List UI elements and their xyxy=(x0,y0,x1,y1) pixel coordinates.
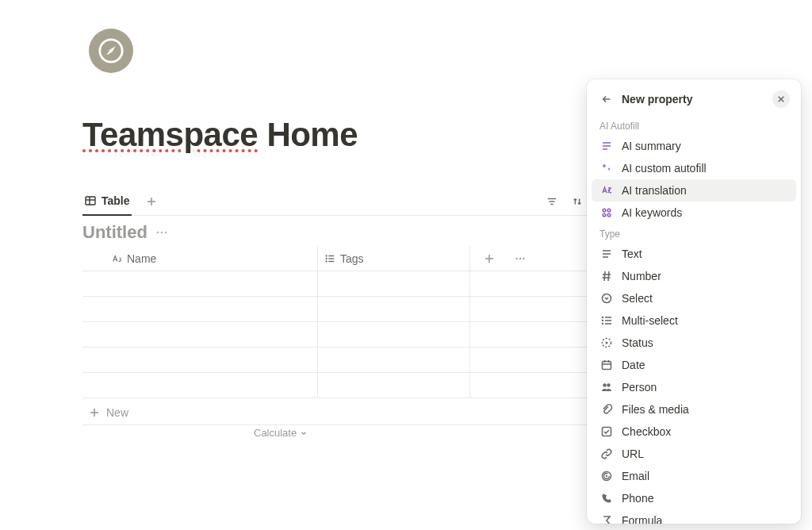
column-name-label: Name xyxy=(127,252,156,265)
property-option-label: URL xyxy=(622,447,644,460)
property-option-label: Email xyxy=(622,470,649,482)
column-tags-label: Tags xyxy=(340,252,364,265)
sort-icon[interactable] xyxy=(567,191,588,212)
property-option-label: AI summary xyxy=(622,140,681,152)
database-title-more-icon[interactable] xyxy=(155,226,168,239)
popover-back-button[interactable] xyxy=(598,90,615,108)
filter-icon[interactable] xyxy=(542,191,562,212)
property-option-icon xyxy=(599,161,614,175)
property-option-checkbox[interactable]: Checkbox xyxy=(592,421,796,443)
svg-line-47 xyxy=(608,271,609,281)
new-row-label: New xyxy=(106,406,128,419)
svg-point-64 xyxy=(607,383,610,386)
svg-point-51 xyxy=(603,317,603,318)
svg-point-39 xyxy=(603,209,606,212)
title-property-icon xyxy=(111,253,122,264)
property-option-icon xyxy=(599,491,614,505)
database-title-row: Untitled xyxy=(82,222,168,243)
property-option-label: Checkbox xyxy=(622,425,671,438)
property-option-label: Select xyxy=(622,292,653,305)
property-option-label: Files & media xyxy=(622,403,689,416)
table-icon xyxy=(84,194,97,207)
svg-point-24 xyxy=(326,261,327,262)
property-option-icon xyxy=(599,358,614,372)
property-option-ai-custom-autofill[interactable]: AI custom autofill xyxy=(592,157,796,179)
property-option-icon xyxy=(599,291,614,305)
page-title-word1: Teamspace xyxy=(82,116,258,153)
property-option-icon xyxy=(599,313,614,328)
database-title[interactable]: Untitled xyxy=(82,222,147,243)
svg-point-30 xyxy=(523,257,524,259)
property-option-label: Number xyxy=(622,270,661,282)
property-option-label: Formula xyxy=(622,514,662,524)
property-option-formula[interactable]: Formula xyxy=(592,509,796,524)
property-option-ai-translation[interactable]: AI translation xyxy=(592,179,796,202)
property-option-label: Person xyxy=(622,381,657,394)
svg-point-22 xyxy=(326,258,327,259)
property-option-label: Text xyxy=(622,248,642,260)
property-option-number[interactable]: Number xyxy=(592,265,796,287)
property-option-status[interactable]: Status xyxy=(592,332,796,354)
page-title-word2: Home xyxy=(266,116,358,153)
multiselect-property-icon xyxy=(324,253,335,264)
property-option-icon xyxy=(599,380,614,394)
columns-more-button[interactable] xyxy=(501,246,533,271)
svg-point-19 xyxy=(165,232,167,234)
property-option-text[interactable]: Text xyxy=(592,243,796,265)
property-option-label: AI keywords xyxy=(622,206,682,219)
svg-marker-1 xyxy=(106,46,115,55)
svg-point-53 xyxy=(603,321,603,321)
property-option-icon xyxy=(599,336,614,350)
svg-point-20 xyxy=(326,255,327,256)
property-option-email[interactable]: Email xyxy=(592,465,796,487)
property-option-person[interactable]: Person xyxy=(592,376,796,398)
property-option-select[interactable]: Select xyxy=(592,287,796,309)
add-view-button[interactable] xyxy=(143,193,160,210)
popover-title: New property xyxy=(622,93,766,106)
chevron-down-icon xyxy=(300,429,308,437)
property-option-ai-keywords[interactable]: AI keywords xyxy=(592,202,796,224)
plus-icon xyxy=(89,407,100,418)
property-option-date[interactable]: Date xyxy=(592,354,796,376)
property-option-url[interactable]: URL xyxy=(592,443,796,465)
svg-rect-59 xyxy=(603,362,611,370)
view-tab-table[interactable]: Table xyxy=(82,187,132,216)
svg-point-18 xyxy=(161,232,163,234)
property-option-icon xyxy=(599,513,614,524)
popover-close-button[interactable] xyxy=(772,90,790,108)
add-column-button[interactable] xyxy=(469,246,501,271)
column-tags[interactable]: Tags xyxy=(317,246,469,271)
svg-point-17 xyxy=(157,232,159,234)
svg-point-41 xyxy=(603,213,606,217)
popover-section-ai: AI Autofill xyxy=(592,116,796,135)
svg-point-40 xyxy=(607,209,611,212)
property-option-icon xyxy=(599,205,614,220)
svg-point-67 xyxy=(606,475,607,477)
property-option-label: AI translation xyxy=(622,184,687,197)
property-option-ai-summary[interactable]: AI summary xyxy=(592,135,796,157)
property-option-icon xyxy=(599,139,614,153)
property-option-files-media[interactable]: Files & media xyxy=(592,398,796,421)
svg-rect-2 xyxy=(86,197,95,205)
svg-point-28 xyxy=(515,257,517,259)
calculate-button[interactable]: Calculate xyxy=(254,427,308,439)
column-name[interactable]: Name xyxy=(82,252,317,265)
svg-point-29 xyxy=(519,257,521,259)
view-tab-label: Table xyxy=(102,194,130,207)
property-option-label: Multi-select xyxy=(622,314,678,327)
property-option-icon xyxy=(599,447,614,461)
property-option-icon xyxy=(599,402,614,417)
property-option-label: Phone xyxy=(622,492,653,505)
property-option-multi-select[interactable]: Multi-select xyxy=(592,309,796,332)
page-icon-compass[interactable] xyxy=(89,29,133,73)
property-option-phone[interactable]: Phone xyxy=(592,487,796,509)
popover-section-type: Type xyxy=(592,224,796,243)
property-option-icon xyxy=(599,247,614,261)
property-option-icon xyxy=(599,424,614,439)
svg-point-42 xyxy=(607,213,611,217)
page-title[interactable]: Teamspace Home xyxy=(82,116,358,154)
property-option-icon xyxy=(599,469,614,483)
svg-point-63 xyxy=(603,383,606,386)
property-option-label: Status xyxy=(622,336,653,349)
svg-point-58 xyxy=(606,342,608,344)
